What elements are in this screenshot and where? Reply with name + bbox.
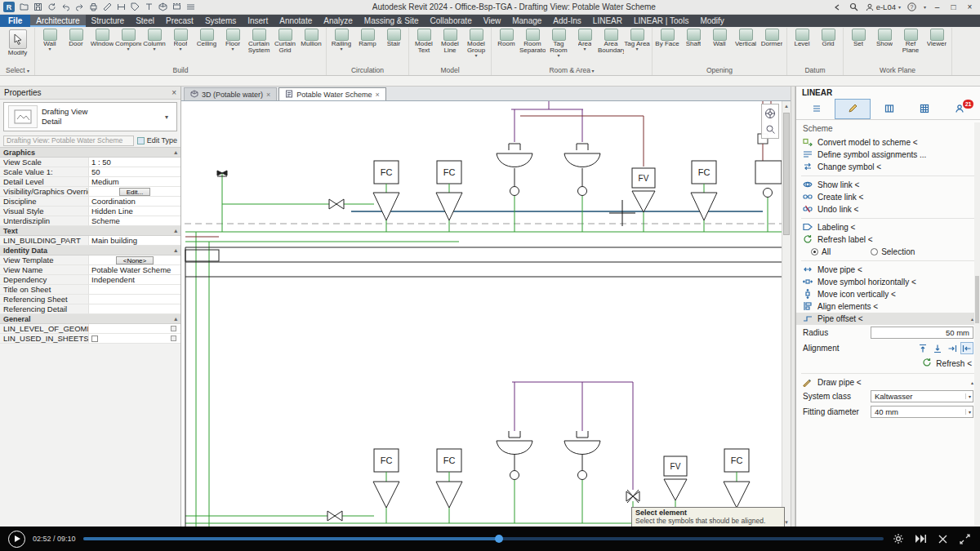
tool-dormer[interactable]: Dormer: [759, 28, 785, 47]
ribbon-group-label[interactable]: Circulation: [328, 66, 407, 75]
tool-by-face[interactable]: By Face: [654, 28, 680, 47]
property-value[interactable]: Medium: [88, 177, 180, 186]
valve-symbol[interactable]: [327, 511, 342, 521]
close-button[interactable]: ×: [964, 2, 975, 11]
tool-model-line[interactable]: Model Line: [437, 28, 463, 54]
tool-model-text[interactable]: Model Text: [411, 28, 437, 54]
align-left-icon[interactable]: [960, 342, 973, 354]
play-button[interactable]: [8, 531, 25, 548]
linear-tab-columns[interactable]: [872, 99, 906, 119]
property-value[interactable]: [88, 324, 180, 333]
property-value[interactable]: Scheme: [88, 216, 180, 225]
ribbon-tab-modify[interactable]: Modify: [694, 15, 729, 27]
property-value[interactable]: Main building: [88, 236, 180, 245]
tool-mullion[interactable]: Mullion: [298, 28, 324, 47]
ribbon-group-label[interactable]: Room & Area ▾: [493, 66, 650, 75]
radio-all-icon[interactable]: [811, 248, 818, 256]
type-selector[interactable]: Drafting View Detail ▾: [3, 102, 177, 131]
property-value[interactable]: [88, 334, 180, 343]
sync-icon[interactable]: [46, 2, 58, 13]
fixture-fc[interactable]: FC: [436, 449, 462, 523]
video-progress-bar[interactable]: [83, 537, 884, 540]
modify-button[interactable]: Modify: [2, 28, 33, 56]
search-icon[interactable]: [849, 2, 860, 13]
tool-roof[interactable]: Roof▾: [167, 28, 194, 51]
property-value[interactable]: [88, 295, 180, 304]
tool-curtain-system[interactable]: Curtain System: [246, 28, 272, 54]
select-group-label[interactable]: Select ▾: [2, 66, 33, 75]
text-note-icon[interactable]: [143, 2, 155, 13]
property-button[interactable]: Edit...: [119, 188, 150, 196]
drawing-canvas[interactable]: FC FC FC: [181, 101, 791, 527]
fullscreen-icon[interactable]: [957, 531, 972, 546]
ribbon-tab-collaborate[interactable]: Collaborate: [425, 15, 478, 27]
radio-option-selection[interactable]: Selection: [871, 247, 915, 256]
edit-type-button[interactable]: Edit Type: [137, 136, 177, 144]
tool-window[interactable]: Window: [89, 28, 115, 47]
canvas-vertical-scrollbar[interactable]: ▲ ▼: [782, 101, 791, 527]
field-system-class-select[interactable]: Kaltwasser▾: [871, 390, 973, 402]
account-menu[interactable]: e-L04 ▾: [866, 2, 901, 11]
fixture-fc[interactable]: FC: [373, 161, 399, 232]
linear-action-create-link[interactable]: Create link <: [796, 191, 980, 203]
tool-viewer[interactable]: Viewer: [924, 28, 950, 47]
tool-tag-area[interactable]: Tag Area▾: [624, 28, 650, 51]
view-tab-close-icon[interactable]: ×: [266, 91, 270, 99]
linear-action-move-symbol-horizontally[interactable]: Move symbol horizontally <: [796, 276, 980, 288]
tool-shaft[interactable]: Shaft: [680, 28, 706, 47]
property-value[interactable]: 1 : 50: [88, 158, 180, 167]
refresh-button[interactable]: Refresh <: [796, 356, 980, 371]
ribbon-tab-insert[interactable]: Insert: [242, 15, 274, 27]
property-value[interactable]: Coordination: [88, 197, 180, 206]
property-checkbox[interactable]: [91, 335, 98, 342]
tool-railing[interactable]: Railing▾: [328, 28, 354, 51]
help-icon[interactable]: ?: [906, 2, 918, 13]
linear-action-align-elements[interactable]: Align elements <: [796, 300, 980, 313]
scrollbar-thumb[interactable]: [783, 113, 790, 235]
fixture-fc[interactable]: FC: [436, 161, 462, 232]
settings-gear-icon[interactable]: [891, 531, 906, 546]
video-progress-handle[interactable]: [495, 535, 503, 543]
purple-distribution-bottom[interactable]: [512, 382, 633, 490]
ribbon-tab-architecture[interactable]: Architecture: [30, 15, 85, 27]
property-mini-button[interactable]: [171, 326, 176, 331]
property-value[interactable]: Potable Water Scheme: [88, 265, 180, 274]
ribbon-tab-annotate[interactable]: Annotate: [274, 15, 318, 27]
linear-tab-pencil[interactable]: [835, 99, 870, 119]
ribbon-group-label[interactable]: Opening: [654, 66, 785, 75]
view-filter-combo[interactable]: Drafting View: Potable Water Scheme: [3, 136, 134, 146]
tool-ref-plane[interactable]: Ref Plane: [898, 28, 924, 54]
tool-floor[interactable]: Floor▾: [220, 28, 246, 51]
collapse-arrow-icon[interactable]: [831, 2, 843, 13]
ribbon-tab-massing-site[interactable]: Massing & Site: [359, 15, 425, 27]
property-value[interactable]: [88, 285, 180, 294]
view-tab-potable-water-scheme[interactable]: Potable Water Scheme×: [278, 87, 385, 100]
linear-scrollbar[interactable]: [974, 122, 980, 527]
align-top-icon[interactable]: [916, 342, 929, 354]
ribbon-group-label[interactable]: Model: [411, 66, 489, 75]
valve-symbol[interactable]: [329, 199, 344, 209]
redo-icon[interactable]: [74, 2, 86, 13]
fixture-fc[interactable]: FC: [373, 449, 399, 523]
tool-curtain-grid[interactable]: Curtain Grid: [272, 28, 298, 54]
property-value[interactable]: Edit...: [88, 187, 180, 196]
property-value[interactable]: <None>: [88, 256, 180, 264]
radio-option-all[interactable]: All: [811, 247, 831, 256]
fixture-sink[interactable]: [497, 431, 532, 523]
fixture-sink[interactable]: [497, 144, 532, 232]
tool-room[interactable]: Room: [493, 28, 519, 47]
view-tab-3d-potable-water[interactable]: 3D (Potable water)×: [184, 87, 277, 100]
tool-set[interactable]: Set: [845, 28, 871, 47]
open-file-icon[interactable]: [18, 2, 30, 13]
fixture-sink[interactable]: [564, 431, 600, 523]
linear-action-undo-link[interactable]: Undo link <: [796, 203, 980, 216]
type-selector-caret-icon[interactable]: ▾: [165, 113, 176, 121]
fixture-fv[interactable]: FV: [632, 168, 655, 232]
section-icon[interactable]: [171, 2, 183, 13]
restore-button[interactable]: □: [948, 2, 959, 11]
undo-icon[interactable]: [60, 2, 72, 13]
tool-wall[interactable]: Wall: [706, 28, 733, 47]
fixture-partial[interactable]: [755, 161, 782, 232]
tag-icon[interactable]: [129, 2, 141, 13]
property-section-text[interactable]: Text▴: [0, 226, 180, 236]
